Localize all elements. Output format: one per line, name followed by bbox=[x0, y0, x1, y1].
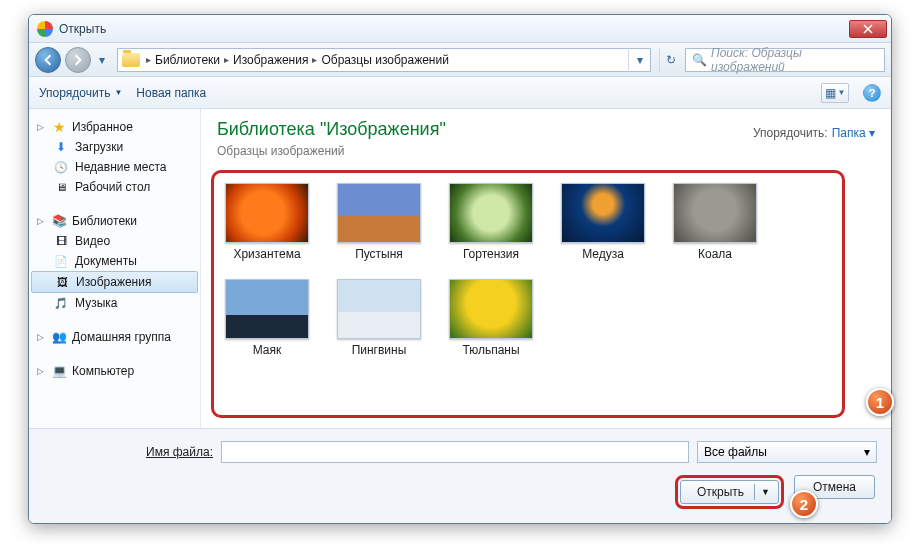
sidebar-item-documents[interactable]: Документы bbox=[31, 251, 198, 271]
file-grid: ХризантемаПустыняГортензияМедузаКоалаМая… bbox=[224, 183, 832, 357]
chevron-down-icon: ▼ bbox=[761, 487, 770, 497]
sidebar-item-desktop[interactable]: Рабочий стол bbox=[31, 177, 198, 197]
homegroup-icon bbox=[51, 329, 67, 345]
breadcrumb[interactable]: Образцы изображений bbox=[319, 53, 450, 67]
refresh-button[interactable]: ↻ bbox=[659, 48, 681, 72]
library-header-row: Библиотека "Изображения" Упорядочить: Па… bbox=[201, 109, 891, 144]
document-icon bbox=[53, 253, 69, 269]
folder-icon bbox=[122, 53, 140, 67]
favorites-header[interactable]: ▷ ★ Избранное bbox=[31, 117, 198, 137]
thumbnail-image bbox=[449, 279, 533, 339]
help-button[interactable]: ? bbox=[863, 84, 881, 102]
chrome-icon bbox=[37, 21, 53, 37]
thumbnail-label: Пустыня bbox=[355, 247, 403, 261]
star-icon: ★ bbox=[51, 119, 67, 135]
dialog-body: ▷ ★ Избранное Загрузки Недавние места Ра… bbox=[29, 109, 891, 428]
callout-badge-1: 1 bbox=[866, 388, 894, 416]
search-icon: 🔍 bbox=[692, 53, 707, 67]
chevron-down-icon: ▾ bbox=[864, 445, 870, 459]
open-file-dialog: Открыть ▾ ▸ Библиотеки ▸ Изображения ▸ О… bbox=[28, 14, 892, 524]
thumbnail-label: Хризантема bbox=[233, 247, 300, 261]
file-thumbnail[interactable]: Тюльпаны bbox=[448, 279, 534, 357]
thumbnail-label: Тюльпаны bbox=[462, 343, 519, 357]
close-button[interactable] bbox=[849, 20, 887, 38]
thumbnail-label: Коала bbox=[698, 247, 732, 261]
file-thumbnail[interactable]: Хризантема bbox=[224, 183, 310, 261]
library-title: Библиотека "Изображения" bbox=[217, 119, 446, 140]
sidebar-item-downloads[interactable]: Загрузки bbox=[31, 137, 198, 157]
filename-label: Имя файла: bbox=[43, 445, 213, 459]
breadcrumb[interactable]: Изображения bbox=[231, 53, 310, 67]
nav-bar: ▾ ▸ Библиотеки ▸ Изображения ▸ Образцы и… bbox=[29, 43, 891, 77]
open-button[interactable]: Открыть ▼ bbox=[680, 480, 779, 504]
bottom-panel: Имя файла: Все файлы ▾ Открыть ▼ Отмена bbox=[29, 428, 891, 523]
sidebar-item-videos[interactable]: Видео bbox=[31, 231, 198, 251]
thumbnail-image bbox=[225, 279, 309, 339]
thumbnail-label: Пингвины bbox=[352, 343, 407, 357]
search-input[interactable]: 🔍 Поиск: Образцы изображений bbox=[685, 48, 885, 72]
filename-row: Имя файла: Все файлы ▾ bbox=[43, 441, 877, 463]
music-icon bbox=[53, 295, 69, 311]
open-button-highlight: Открыть ▼ bbox=[675, 475, 784, 509]
nav-back-button[interactable] bbox=[35, 47, 61, 73]
homegroup-group: ▷ Домашняя группа bbox=[31, 327, 198, 347]
file-thumbnail[interactable]: Пустыня bbox=[336, 183, 422, 261]
file-thumbnail[interactable]: Маяк bbox=[224, 279, 310, 357]
breadcrumb[interactable]: Библиотеки bbox=[153, 53, 222, 67]
thumbnail-image bbox=[561, 183, 645, 243]
thumbnail-image bbox=[337, 183, 421, 243]
sidebar-item-music[interactable]: Музыка bbox=[31, 293, 198, 313]
search-placeholder: Поиск: Образцы изображений bbox=[711, 46, 878, 74]
thumbnail-label: Медуза bbox=[582, 247, 624, 261]
libraries-group: ▷ Библиотеки Видео Документы Изображения bbox=[31, 211, 198, 313]
download-icon bbox=[53, 139, 69, 155]
arrow-right-icon bbox=[72, 54, 84, 66]
video-icon bbox=[53, 233, 69, 249]
breadcrumb-sep: ▸ bbox=[144, 54, 153, 65]
new-folder-button[interactable]: Новая папка bbox=[136, 86, 206, 100]
file-thumbnail[interactable]: Гортензия bbox=[448, 183, 534, 261]
view-mode-button[interactable]: ▦▼ bbox=[821, 83, 849, 103]
breadcrumb-sep: ▸ bbox=[222, 54, 231, 65]
file-list-pane: Библиотека "Изображения" Упорядочить: Па… bbox=[201, 109, 891, 428]
arrow-left-icon bbox=[42, 54, 54, 66]
file-type-filter[interactable]: Все файлы ▾ bbox=[697, 441, 877, 463]
file-thumbnail[interactable]: Медуза bbox=[560, 183, 646, 261]
titlebar: Открыть bbox=[29, 15, 891, 43]
address-bar[interactable]: ▸ Библиотеки ▸ Изображения ▸ Образцы изо… bbox=[117, 48, 651, 72]
libraries-header[interactable]: ▷ Библиотеки bbox=[31, 211, 198, 231]
callout-badge-2: 2 bbox=[790, 490, 818, 518]
nav-history-dropdown[interactable]: ▾ bbox=[95, 49, 109, 71]
sidebar-item-recent[interactable]: Недавние места bbox=[31, 157, 198, 177]
dialog-title: Открыть bbox=[59, 22, 849, 36]
thumbnail-label: Маяк bbox=[253, 343, 282, 357]
button-row: Открыть ▼ Отмена bbox=[43, 475, 877, 509]
thumbnails-icon: ▦ bbox=[825, 86, 836, 100]
navigation-pane: ▷ ★ Избранное Загрузки Недавние места Ра… bbox=[29, 109, 201, 428]
recent-icon bbox=[53, 159, 69, 175]
file-thumbnail[interactable]: Коала bbox=[672, 183, 758, 261]
thumbnail-image bbox=[449, 183, 533, 243]
address-dropdown[interactable]: ▾ bbox=[628, 48, 650, 72]
thumbnail-image bbox=[337, 279, 421, 339]
homegroup-header[interactable]: ▷ Домашняя группа bbox=[31, 327, 198, 347]
computer-group: ▷ Компьютер bbox=[31, 361, 198, 381]
computer-icon bbox=[51, 363, 67, 379]
desktop-icon bbox=[53, 179, 69, 195]
library-subtitle: Образцы изображений bbox=[201, 144, 891, 166]
computer-header[interactable]: ▷ Компьютер bbox=[31, 361, 198, 381]
thumbnail-image bbox=[673, 183, 757, 243]
file-thumbnail[interactable]: Пингвины bbox=[336, 279, 422, 357]
filename-input[interactable] bbox=[221, 441, 689, 463]
organize-button[interactable]: Упорядочить▼ bbox=[39, 86, 122, 100]
pictures-icon bbox=[54, 274, 70, 290]
arrange-by-dropdown[interactable]: Папка ▾ bbox=[832, 126, 875, 140]
nav-forward-button[interactable] bbox=[65, 47, 91, 73]
file-grid-highlight: ХризантемаПустыняГортензияМедузаКоалаМая… bbox=[211, 170, 845, 418]
thumbnail-image bbox=[225, 183, 309, 243]
favorites-group: ▷ ★ Избранное Загрузки Недавние места Ра… bbox=[31, 117, 198, 197]
breadcrumb-sep: ▸ bbox=[310, 54, 319, 65]
sidebar-item-pictures[interactable]: Изображения bbox=[31, 271, 198, 293]
toolbar: Упорядочить▼ Новая папка ▦▼ ? bbox=[29, 77, 891, 109]
close-icon bbox=[863, 24, 873, 34]
